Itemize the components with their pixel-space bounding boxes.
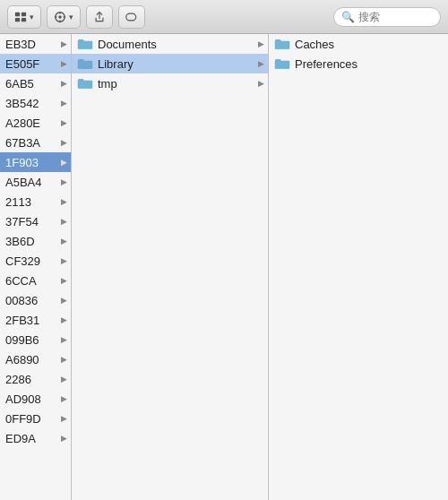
- list-item[interactable]: 3B6D▶: [0, 231, 71, 251]
- item-label: 2FB31: [5, 314, 59, 327]
- item-label: 099B6: [5, 333, 59, 347]
- item-label: 3B6D: [5, 235, 59, 248]
- chevron-icon: ▶: [61, 118, 67, 127]
- list-item[interactable]: A280E▶: [0, 113, 71, 133]
- svg-rect-2: [15, 17, 20, 21]
- item-label: 2286: [5, 373, 59, 386]
- item-label: tmp: [98, 77, 256, 91]
- chevron-icon: ▶: [258, 59, 264, 68]
- list-item[interactable]: 00836▶: [0, 290, 71, 310]
- svg-rect-3: [22, 17, 26, 21]
- list-item[interactable]: ED9A▶: [0, 428, 71, 448]
- item-label: ED9A: [5, 432, 59, 445]
- view-toggle-button[interactable]: ▾: [7, 5, 41, 29]
- tag-button[interactable]: [118, 5, 145, 29]
- svg-rect-0: [15, 12, 20, 15]
- list-item[interactable]: Library▶: [72, 54, 268, 73]
- item-label: Documents: [98, 38, 256, 51]
- chevron-icon: ▶: [61, 217, 67, 226]
- chevron-icon: ▶: [61, 39, 67, 48]
- item-label: CF329: [5, 254, 59, 268]
- list-item[interactable]: A5BA4▶: [0, 172, 71, 192]
- chevron-icon: ▶: [61, 99, 67, 108]
- svg-rect-1: [22, 12, 26, 15]
- chevron-icon: ▶: [61, 394, 67, 403]
- list-item[interactable]: A6890▶: [0, 349, 71, 369]
- folder-icon: [274, 57, 290, 70]
- list-item[interactable]: CF329▶: [0, 251, 71, 271]
- column-3: Caches Preferences: [269, 34, 448, 500]
- item-label: A5BA4: [5, 176, 59, 189]
- column-1: EB3D▶E505F▶6AB5▶3B542▶A280E▶67B3A▶1F903▶…: [0, 34, 72, 500]
- svg-point-5: [58, 15, 62, 19]
- share-button[interactable]: [86, 5, 113, 29]
- item-label: 67B3A: [5, 136, 59, 150]
- chevron-icon: ▶: [61, 315, 67, 324]
- item-label: Caches: [295, 38, 444, 51]
- chevron-icon: ▶: [61, 434, 67, 443]
- item-label: 0FF9D: [5, 412, 59, 426]
- folder-icon: [77, 38, 93, 50]
- list-item[interactable]: 2113▶: [0, 192, 71, 211]
- list-item[interactable]: 6CCA▶: [0, 271, 71, 290]
- list-item[interactable]: 2286▶: [0, 369, 71, 389]
- list-item[interactable]: 6AB5▶: [0, 73, 71, 93]
- chevron-icon: ▶: [61, 79, 67, 88]
- item-label: AD908: [5, 392, 59, 406]
- folder-icon: [77, 77, 93, 90]
- list-item[interactable]: Preferences: [269, 54, 448, 73]
- item-label: 6CCA: [5, 274, 59, 288]
- list-item[interactable]: 37F54▶: [0, 211, 71, 231]
- search-box[interactable]: 🔍: [333, 7, 441, 27]
- chevron-icon: ▶: [61, 355, 67, 364]
- chevron-icon: ▶: [61, 197, 67, 206]
- chevron-icon: ▶: [61, 414, 67, 423]
- chevron-icon: ▶: [61, 276, 67, 285]
- chevron-icon: ▶: [258, 79, 264, 88]
- chevron-icon: ▶: [61, 256, 67, 265]
- chevron-down-icon: ▾: [30, 13, 34, 22]
- search-input[interactable]: [358, 11, 435, 23]
- chevron-icon: ▶: [61, 237, 67, 246]
- finder-body: EB3D▶E505F▶6AB5▶3B542▶A280E▶67B3A▶1F903▶…: [0, 34, 448, 500]
- chevron-icon: ▶: [61, 335, 67, 344]
- toolbar: ▾ ▾ 🔍: [0, 0, 448, 34]
- chevron-icon: ▶: [61, 296, 67, 305]
- item-label: 00836: [5, 294, 59, 307]
- item-label: 1F903: [5, 156, 59, 169]
- item-label: 6AB5: [5, 77, 59, 91]
- list-item[interactable]: Caches: [269, 34, 448, 54]
- chevron-icon: ▶: [61, 375, 67, 384]
- list-item[interactable]: 099B6▶: [0, 330, 71, 349]
- column-2: Documents▶ Library▶ tmp▶: [72, 34, 269, 500]
- list-item[interactable]: 2FB31▶: [0, 310, 71, 330]
- item-label: EB3D: [5, 38, 59, 51]
- chevron-icon: ▶: [61, 158, 67, 167]
- chevron-icon: ▶: [61, 59, 67, 68]
- chevron-icon: ▶: [61, 177, 67, 186]
- action-button[interactable]: ▾: [47, 5, 81, 29]
- item-label: A6890: [5, 353, 59, 366]
- item-label: 37F54: [5, 215, 59, 228]
- list-item[interactable]: 67B3A▶: [0, 133, 71, 152]
- item-label: Preferences: [295, 57, 444, 71]
- svg-rect-11: [126, 13, 136, 21]
- list-item[interactable]: 1F903▶: [0, 152, 71, 172]
- item-label: 2113: [5, 195, 59, 209]
- item-label: A280E: [5, 116, 59, 130]
- list-item[interactable]: EB3D▶: [0, 34, 71, 54]
- list-item[interactable]: 3B542▶: [0, 93, 71, 113]
- folder-icon: [274, 38, 290, 50]
- item-label: E505F: [5, 57, 59, 71]
- search-icon: 🔍: [341, 11, 355, 23]
- list-item[interactable]: Documents▶: [72, 34, 268, 54]
- list-item[interactable]: E505F▶: [0, 54, 71, 73]
- list-item[interactable]: tmp▶: [72, 73, 268, 93]
- item-label: Library: [98, 57, 256, 71]
- list-item[interactable]: AD908▶: [0, 389, 71, 409]
- chevron-icon: ▶: [258, 39, 264, 48]
- folder-icon: [77, 57, 93, 70]
- item-label: 3B542: [5, 97, 59, 110]
- list-item[interactable]: 0FF9D▶: [0, 409, 71, 428]
- chevron-icon: ▶: [61, 138, 67, 147]
